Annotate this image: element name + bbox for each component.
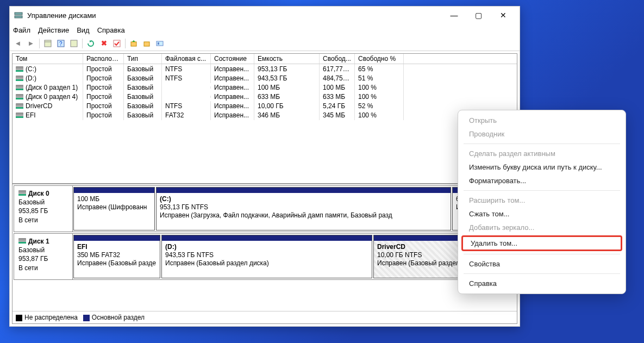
svg-rect-2	[45, 40, 51, 47]
volume-icon	[16, 113, 23, 118]
toolbar: ◄ ► ? ✖	[10, 36, 520, 51]
close-button[interactable]: ✕	[491, 7, 515, 23]
window-title: Управление дисками	[27, 11, 442, 20]
svg-marker-10	[132, 40, 135, 42]
menu-help[interactable]: Справка	[97, 26, 125, 34]
table-row[interactable]: (Диск 0 раздел 1)ПростойБазовыйИсправен.…	[12, 83, 517, 92]
minimize-button[interactable]: —	[442, 7, 466, 23]
disk-graphical-view: Диск 0 Базовый 953,85 ГБ В сети 100 МБИс…	[12, 184, 517, 311]
menubar: Файл Действие Вид Справка	[10, 24, 520, 36]
svg-rect-11	[144, 42, 149, 46]
svg-rect-8	[114, 40, 120, 47]
context-menu: Открыть Проводник Сделать раздел активны…	[458, 110, 626, 294]
help-icon[interactable]: ?	[55, 38, 67, 49]
volume-list[interactable]: Том Располож... Тип Файловая с... Состоя…	[12, 54, 517, 184]
legend-swatch-primary	[83, 315, 90, 321]
svg-rect-9	[131, 42, 136, 46]
svg-rect-13	[158, 42, 159, 45]
toolbar-icon[interactable]	[128, 38, 140, 49]
svg-rect-1	[15, 16, 22, 18]
table-row[interactable]: (C:)ПростойБазовыйNTFSИсправен...953,13 …	[12, 64, 517, 73]
disk-icon	[18, 190, 26, 196]
col-free[interactable]: Свобод...	[320, 54, 355, 64]
table-row[interactable]: EFIПростойБазовыйFAT32Исправен...346 МБ3…	[12, 110, 517, 120]
volume-icon	[16, 103, 23, 109]
col-status[interactable]: Состояние	[211, 54, 254, 64]
col-freepct[interactable]: Свободно %	[355, 54, 404, 64]
col-filesystem[interactable]: Файловая с...	[162, 54, 211, 64]
partition[interactable]: EFI350 МБ FAT32Исправен (Базовый разде	[73, 235, 160, 278]
volume-icon	[16, 94, 23, 99]
svg-rect-0	[15, 13, 22, 15]
volume-icon	[16, 76, 23, 81]
toolbar-icon[interactable]	[42, 38, 54, 49]
toolbar-icon[interactable]	[68, 38, 80, 49]
svg-rect-12	[157, 41, 163, 46]
toolbar-icon[interactable]	[141, 38, 153, 49]
menu-action[interactable]: Действие	[38, 26, 69, 34]
cm-properties[interactable]: Свойства	[458, 257, 626, 271]
delete-icon[interactable]: ✖	[98, 38, 110, 49]
partition[interactable]: (C:)953,13 ГБ NTFSИсправен (Загрузка, Фа…	[156, 187, 451, 230]
menu-file[interactable]: Файл	[13, 26, 30, 34]
forward-button[interactable]: ►	[25, 38, 37, 49]
cm-shrink[interactable]: Сжать том...	[458, 207, 626, 221]
check-icon[interactable]	[111, 38, 123, 49]
menu-view[interactable]: Вид	[77, 26, 90, 34]
table-row[interactable]: (D:)ПростойБазовыйNTFSИсправен...943,53 …	[12, 73, 517, 83]
cm-add-mirror[interactable]: Добавить зеркало...	[458, 221, 626, 234]
svg-rect-6	[71, 40, 77, 47]
cm-help[interactable]: Справка	[458, 277, 626, 290]
table-row[interactable]: (Диск 0 раздел 4)ПростойБазовыйИсправен.…	[12, 92, 517, 101]
cm-change-letter[interactable]: Изменить букву диска или путь к диску...	[458, 160, 626, 174]
table-header[interactable]: Том Располож... Тип Файловая с... Состоя…	[12, 54, 517, 64]
col-volume[interactable]: Том	[12, 54, 83, 64]
cm-delete-volume[interactable]: Удалить том...	[461, 235, 622, 251]
toolbar-icon[interactable]	[154, 38, 166, 49]
svg-text:?: ?	[59, 41, 62, 47]
disk-header[interactable]: Диск 0 Базовый 953,85 ГБ В сети	[14, 186, 73, 232]
col-capacity[interactable]: Емкость	[254, 54, 320, 64]
col-layout[interactable]: Располож...	[83, 54, 124, 64]
col-type[interactable]: Тип	[124, 54, 162, 64]
cm-format[interactable]: Форматировать...	[458, 174, 626, 188]
disk-icon	[18, 238, 26, 244]
volume-icon	[16, 66, 23, 72]
back-button[interactable]: ◄	[12, 38, 24, 49]
legend: Не распределена Основной раздел	[12, 311, 517, 323]
table-row[interactable]: DriverCDПростойБазовыйNTFSИсправен...10,…	[12, 101, 517, 110]
partition[interactable]: (D:)943,53 ГБ NTFSИсправен (Базовый разд…	[161, 235, 372, 278]
cm-explorer[interactable]: Проводник	[458, 127, 626, 141]
titlebar[interactable]: Управление дисками — ▢ ✕	[10, 7, 520, 24]
volume-icon	[16, 85, 23, 90]
disk-mgmt-window: Управление дисками — ▢ ✕ Файл Действие В…	[9, 6, 520, 327]
cm-open[interactable]: Открыть	[458, 114, 626, 127]
disk-row: Диск 0 Базовый 953,85 ГБ В сети 100 МБИс…	[14, 185, 516, 232]
partition[interactable]: 100 МБИсправен (Шифрованн	[73, 187, 155, 230]
cm-extend[interactable]: Расширить том...	[458, 194, 626, 207]
cm-make-active[interactable]: Сделать раздел активным	[458, 147, 626, 160]
refresh-icon[interactable]	[85, 38, 97, 49]
disk-header[interactable]: Диск 1 Базовый 953,87 ГБ В сети	[14, 234, 73, 279]
legend-swatch-unallocated	[16, 315, 22, 321]
app-icon	[14, 11, 23, 20]
maximize-button[interactable]: ▢	[466, 7, 491, 23]
disk-row: Диск 1 Базовый 953,87 ГБ В сети EFI350 М…	[14, 233, 516, 280]
